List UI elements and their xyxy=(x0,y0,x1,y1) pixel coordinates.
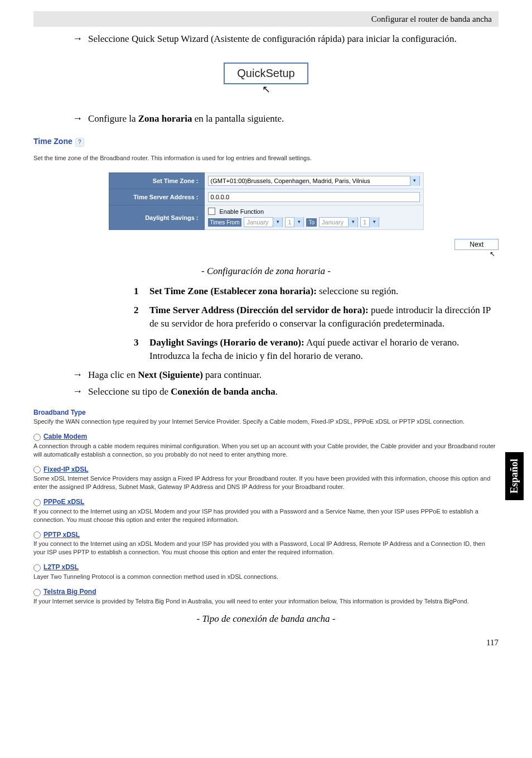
list-item: Daylight Savings (Horario de verano): Aq… xyxy=(134,336,499,363)
option-description: If your Internet service is provided by … xyxy=(33,597,499,606)
time-server-input[interactable]: 0.0.0.0 xyxy=(208,192,420,202)
broadband-option: Cable Modem A connection through a cable… xyxy=(33,433,499,459)
header-bar: Configurar el router de banda ancha xyxy=(33,11,499,27)
list-item: Time Server Address (Dirección del servi… xyxy=(134,304,499,330)
enable-daylight-checkbox[interactable] xyxy=(208,208,215,215)
chevron-down-icon: ▾ xyxy=(348,217,357,227)
radio-pptp[interactable] xyxy=(33,531,41,539)
from-day-select[interactable]: 1▾ xyxy=(285,217,304,227)
radio-l2tp[interactable] xyxy=(33,564,41,572)
l2tp-link[interactable]: L2TP xDSL xyxy=(43,563,79,571)
chevron-down-icon: ▾ xyxy=(273,217,282,227)
timezone-panel: Time Zone ? Set the time zone of the Bro… xyxy=(33,137,499,258)
cursor-icon: ↖ xyxy=(33,250,495,258)
radio-telstra[interactable] xyxy=(33,589,41,596)
daylight-savings-label: Daylight Savings : xyxy=(109,205,204,230)
chevron-down-icon: ▾ xyxy=(410,176,419,186)
caption-timezone: - Configuración de zona horaria - xyxy=(33,266,499,277)
pptp-link[interactable]: PPTP xDSL xyxy=(43,531,80,539)
arrow-icon: → xyxy=(72,112,83,126)
panel-description: Set the time zone of the Broadband route… xyxy=(33,155,499,161)
radio-cable-modem[interactable] xyxy=(33,434,41,441)
quicksetup-button[interactable]: QuickSetup xyxy=(224,63,308,84)
step-text: Seleccione Quick Setup Wizard (Asistente… xyxy=(88,32,457,46)
time-server-label: Time Server Address : xyxy=(109,189,204,205)
option-description: A connection through a cable modem requi… xyxy=(33,442,499,459)
help-icon[interactable]: ? xyxy=(75,138,84,147)
quicksetup-label: QuickSetup xyxy=(237,67,294,79)
to-day-select[interactable]: 1▾ xyxy=(360,217,379,227)
broadband-option: PPPoE xDSL If you connect to the Interne… xyxy=(33,498,499,524)
chevron-down-icon: ▾ xyxy=(294,217,303,227)
broadband-description: Specify the WAN connection type required… xyxy=(33,418,499,426)
list-item: Set Time Zone (Establecer zona horaria):… xyxy=(134,285,499,298)
language-tab: Español xyxy=(505,452,524,500)
caption-broadband: - Tipo de conexión de banda ancha - xyxy=(33,613,499,625)
option-description: Some xDSL Internet Service Providers may… xyxy=(33,474,499,491)
enable-function-label: Enable Function xyxy=(220,208,264,215)
to-label: To xyxy=(306,218,317,227)
timezone-select[interactable]: (GMT+01:00)Brussels, Copenhagen, Madrid,… xyxy=(208,176,420,186)
radio-fixed-ip[interactable] xyxy=(33,466,41,473)
telstra-link[interactable]: Telstra Big Pond xyxy=(43,588,96,596)
radio-pppoe[interactable] xyxy=(33,499,41,506)
arrow-icon: → xyxy=(72,32,83,46)
header-title: Configurar el router de banda ancha xyxy=(371,15,492,24)
to-month-select[interactable]: January▾ xyxy=(319,217,358,227)
panel-title: Time Zone xyxy=(33,137,72,146)
broadband-option: PPTP xDSL If you connect to the Internet… xyxy=(33,531,499,557)
arrow-icon: → xyxy=(72,368,83,382)
next-button[interactable]: Next xyxy=(454,239,499,250)
broadband-option: Fixed-IP xDSL Some xDSL Internet Service… xyxy=(33,466,499,492)
broadband-title: Broadband Type xyxy=(33,409,499,416)
option-description: Layer Two Tunneling Protocol is a common… xyxy=(33,573,499,581)
broadband-panel: Broadband Type Specify the WAN connectio… xyxy=(33,409,499,606)
fixed-ip-link[interactable]: Fixed-IP xDSL xyxy=(43,466,88,473)
cursor-icon: ↖ xyxy=(33,83,499,95)
step-text: Configure la Zona horaria en la pantalla… xyxy=(88,112,284,126)
cable-modem-link[interactable]: Cable Modem xyxy=(43,433,87,440)
option-description: If you connect to the Internet using an … xyxy=(33,507,499,524)
set-timezone-label: Set Time Zone : xyxy=(109,173,204,189)
chevron-down-icon: ▾ xyxy=(369,217,379,227)
broadband-option: L2TP xDSL Layer Two Tunneling Protocol i… xyxy=(33,563,499,581)
option-description: If you connect to the Internet using an … xyxy=(33,540,499,556)
step-quicksetup: → Seleccione Quick Setup Wizard (Asisten… xyxy=(72,32,499,46)
pppoe-link[interactable]: PPPoE xDSL xyxy=(43,498,84,506)
step-timezone: → Configure la Zona horaria en la pantal… xyxy=(72,112,499,126)
numbered-list: Set Time Zone (Establecer zona horaria):… xyxy=(134,285,499,363)
from-month-select[interactable]: January▾ xyxy=(244,217,283,227)
step-next: → Haga clic en Next (Siguiente) para con… xyxy=(72,368,499,382)
page-number: 117 xyxy=(33,638,499,647)
arrow-icon: → xyxy=(72,385,83,399)
timezone-table: Set Time Zone : (GMT+01:00)Brussels, Cop… xyxy=(109,172,424,230)
times-from-label: Times From xyxy=(208,218,242,227)
step-select-broadband: → Seleccione su tipo de Conexión de band… xyxy=(72,385,499,399)
broadband-option: Telstra Big Pond If your Internet servic… xyxy=(33,588,499,606)
